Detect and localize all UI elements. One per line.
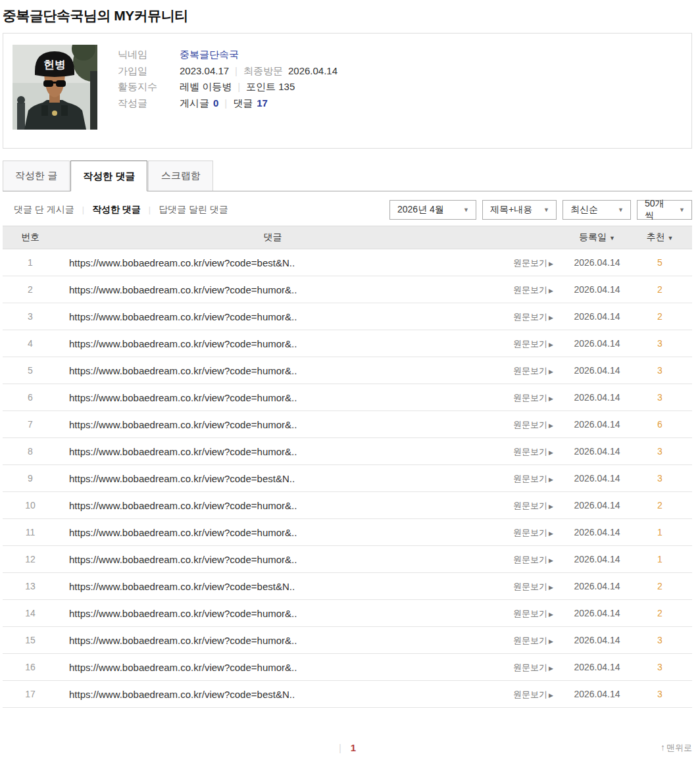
header-recommend-sort[interactable]: 추천▼: [641, 232, 692, 243]
comment-url-link[interactable]: https://www.bobaedream.co.kr/view?code=b…: [58, 473, 488, 484]
comment-url-link[interactable]: https://www.bobaedream.co.kr/view?code=h…: [58, 284, 488, 295]
row-recommend-count: 3: [641, 365, 692, 376]
back-to-top-link[interactable]: ↑맨위로: [661, 742, 692, 754]
row-recommend-count: 2: [641, 284, 692, 295]
page-size-select[interactable]: 50개씩▼: [637, 200, 692, 220]
row-number: 8: [3, 446, 58, 457]
nickname-link[interactable]: 중복글단속국: [180, 47, 239, 63]
comment-url-link[interactable]: https://www.bobaedream.co.kr/view?code=b…: [58, 581, 488, 592]
row-number: 4: [3, 338, 58, 349]
table-row: 10https://www.bobaedream.co.kr/view?code…: [3, 492, 692, 519]
page-number-1[interactable]: 1: [351, 742, 356, 753]
view-original-link[interactable]: 원문보기▶: [513, 420, 553, 430]
right-arrow-icon: ▶: [549, 395, 553, 402]
view-original-link[interactable]: 원문보기▶: [513, 393, 553, 403]
right-arrow-icon: ▶: [549, 287, 553, 294]
view-original-link[interactable]: 원문보기▶: [513, 555, 553, 564]
table-row: 7https://www.bobaedream.co.kr/view?code=…: [3, 411, 692, 438]
view-original-link[interactable]: 원문보기▶: [513, 285, 553, 295]
posts-count[interactable]: 0: [213, 95, 218, 112]
nickname-label: 닉네임: [118, 47, 180, 63]
sort-select[interactable]: 최신순▼: [562, 200, 631, 220]
row-recommend-count: 2: [641, 608, 692, 618]
view-original-link[interactable]: 원문보기▶: [513, 582, 553, 591]
view-original-link[interactable]: 원문보기▶: [513, 635, 553, 645]
row-number: 16: [3, 662, 58, 672]
view-original-link[interactable]: 원문보기▶: [513, 609, 553, 618]
right-arrow-icon: ▶: [549, 314, 553, 321]
profile-row-join: 가입일 2023.04.17 | 최종방문 2026.04.14: [118, 63, 338, 80]
comment-url-link[interactable]: https://www.bobaedream.co.kr/view?code=h…: [58, 446, 488, 457]
last-visit-date: 2026.04.14: [288, 63, 338, 80]
row-date: 2026.04.14: [553, 446, 641, 457]
profile-row-posts: 작성글 게시글 0 | 댓글 17: [118, 95, 338, 112]
tab-2[interactable]: 스크랩함: [148, 161, 213, 191]
view-original-link[interactable]: 원문보기▶: [513, 366, 553, 376]
view-original-link[interactable]: 원문보기▶: [513, 312, 553, 322]
comment-url-link[interactable]: https://www.bobaedream.co.kr/view?code=b…: [58, 257, 488, 268]
table-row: 4https://www.bobaedream.co.kr/view?code=…: [3, 330, 692, 357]
table-row: 2https://www.bobaedream.co.kr/view?code=…: [3, 276, 692, 303]
table-row: 17https://www.bobaedream.co.kr/view?code…: [3, 681, 692, 708]
table-row: 3https://www.bobaedream.co.kr/view?code=…: [3, 303, 692, 330]
table-row: 5https://www.bobaedream.co.kr/view?code=…: [3, 357, 692, 384]
view-original-link[interactable]: 원문보기▶: [513, 447, 553, 457]
comment-url-link[interactable]: https://www.bobaedream.co.kr/view?code=h…: [58, 419, 488, 430]
comment-url-link[interactable]: https://www.bobaedream.co.kr/view?code=h…: [58, 608, 488, 619]
dropdowns: 2026년 4월▼제목+내용▼최신순▼50개씩▼: [389, 200, 692, 220]
row-recommend-count: 3: [641, 446, 692, 457]
row-recommend-count: 6: [641, 419, 692, 430]
header-comment: 댓글: [58, 232, 488, 243]
row-recommend-count: 3: [641, 338, 692, 349]
profile-row-nickname: 닉네임 중복글단속국: [118, 47, 338, 63]
table-body: 1https://www.bobaedream.co.kr/view?code=…: [3, 249, 692, 708]
row-date: 2026.04.14: [553, 608, 641, 618]
profile-info: 닉네임 중복글단속국 가입일 2023.04.17 | 최종방문 2026.04…: [118, 45, 338, 137]
header-date-sort[interactable]: 등록일▼: [553, 232, 641, 243]
view-original-link[interactable]: 원문보기▶: [513, 501, 553, 510]
row-number: 1: [3, 257, 58, 268]
right-arrow-icon: ▶: [549, 449, 553, 456]
view-original-link[interactable]: 원문보기▶: [513, 689, 553, 699]
comment-url-link[interactable]: https://www.bobaedream.co.kr/view?code=h…: [58, 500, 488, 511]
row-number: 12: [3, 554, 58, 564]
activity-label: 활동지수: [118, 79, 180, 95]
table-row: 15https://www.bobaedream.co.kr/view?code…: [3, 627, 692, 654]
view-original-link[interactable]: 원문보기▶: [513, 528, 553, 537]
row-date: 2026.04.14: [553, 257, 641, 268]
right-arrow-icon: ▶: [549, 341, 553, 348]
comment-url-link[interactable]: https://www.bobaedream.co.kr/view?code=b…: [58, 689, 488, 700]
view-original-link[interactable]: 원문보기▶: [513, 258, 553, 268]
row-number: 6: [3, 392, 58, 403]
tab-1[interactable]: 작성한 댓글: [70, 161, 147, 191]
row-recommend-count: 1: [641, 554, 692, 564]
comment-url-link[interactable]: https://www.bobaedream.co.kr/view?code=h…: [58, 554, 488, 565]
table-row: 6https://www.bobaedream.co.kr/view?code=…: [3, 384, 692, 411]
tab-0[interactable]: 작성한 글: [3, 161, 70, 191]
view-original-link[interactable]: 원문보기▶: [513, 662, 553, 672]
filter-1[interactable]: 작성한 댓글: [92, 204, 141, 216]
comment-url-link[interactable]: https://www.bobaedream.co.kr/view?code=h…: [58, 365, 488, 376]
comments-count[interactable]: 17: [257, 95, 268, 112]
comment-url-link[interactable]: https://www.bobaedream.co.kr/view?code=h…: [58, 635, 488, 646]
right-arrow-icon: ▶: [549, 530, 553, 537]
right-arrow-icon: ▶: [549, 368, 553, 375]
comment-url-link[interactable]: https://www.bobaedream.co.kr/view?code=h…: [58, 338, 488, 349]
period-select[interactable]: 2026년 4월▼: [389, 200, 476, 220]
view-original-link[interactable]: 원문보기▶: [513, 339, 553, 349]
search-scope-select[interactable]: 제목+내용▼: [482, 200, 557, 220]
comment-url-link[interactable]: https://www.bobaedream.co.kr/view?code=h…: [58, 527, 488, 538]
row-number: 15: [3, 635, 58, 645]
comment-table: 번호 댓글 등록일▼ 추천▼ 1https://www.bobaedream.c…: [3, 226, 692, 708]
filter-0[interactable]: 댓글 단 게시글: [14, 204, 74, 216]
comment-url-link[interactable]: https://www.bobaedream.co.kr/view?code=h…: [58, 662, 488, 673]
view-original-link[interactable]: 원문보기▶: [513, 474, 553, 484]
divider: |: [224, 95, 227, 112]
filter-2[interactable]: 답댓글 달린 댓글: [159, 204, 228, 216]
comment-url-link[interactable]: https://www.bobaedream.co.kr/view?code=h…: [58, 311, 488, 322]
sort-caret-icon: ▼: [609, 235, 615, 241]
chevron-down-icon: ▼: [463, 207, 469, 213]
last-visit-label: 최종방문: [243, 63, 283, 80]
page-size-select-value: 50개씩: [645, 198, 670, 222]
comment-url-link[interactable]: https://www.bobaedream.co.kr/view?code=h…: [58, 392, 488, 403]
